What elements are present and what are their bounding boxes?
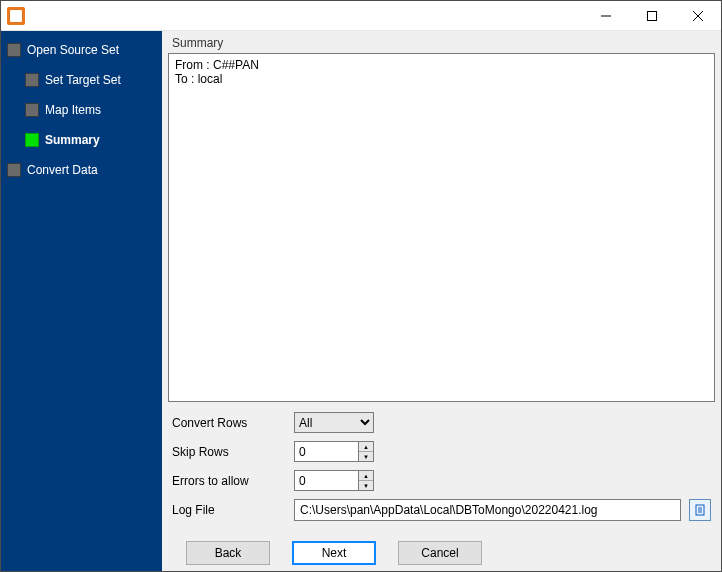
spin-down-icon[interactable]: ▼ — [359, 481, 373, 490]
options-panel: Convert Rows All Skip Rows ▲ — [168, 402, 715, 533]
skip-rows-input[interactable] — [294, 441, 358, 462]
skip-rows-label: Skip Rows — [172, 445, 294, 459]
cancel-button[interactable]: Cancel — [398, 541, 482, 565]
row-log-file: Log File — [172, 499, 711, 521]
button-bar: Back Next Cancel — [168, 533, 715, 567]
log-file-input[interactable] — [294, 499, 681, 521]
step-box-icon — [7, 43, 21, 57]
sidebar-item-map-items[interactable]: Map Items — [25, 101, 156, 119]
body: Open Source Set Set Target Set Map Items… — [1, 31, 721, 571]
step-box-icon — [25, 133, 39, 147]
errors-allow-input[interactable] — [294, 470, 358, 491]
row-errors-allow: Errors to allow ▲ ▼ — [172, 470, 711, 491]
app-window: Open Source Set Set Target Set Map Items… — [0, 0, 722, 572]
sidebar-item-label: Map Items — [45, 103, 101, 117]
maximize-button[interactable] — [629, 1, 675, 30]
sidebar-item-label: Open Source Set — [27, 43, 119, 57]
sidebar-item-label: Summary — [45, 133, 100, 147]
svg-rect-1 — [648, 11, 657, 20]
spin-down-icon[interactable]: ▼ — [359, 452, 373, 461]
row-convert-rows: Convert Rows All — [172, 412, 711, 433]
errors-allow-label: Errors to allow — [172, 474, 294, 488]
log-file-label: Log File — [172, 503, 294, 517]
main-panel: Summary From : C##PAN To : local Convert… — [162, 31, 721, 571]
sidebar-item-label: Set Target Set — [45, 73, 121, 87]
next-button[interactable]: Next — [292, 541, 376, 565]
step-box-icon — [7, 163, 21, 177]
row-skip-rows: Skip Rows ▲ ▼ — [172, 441, 711, 462]
step-box-icon — [25, 73, 39, 87]
document-icon — [694, 504, 706, 516]
spin-up-icon[interactable]: ▲ — [359, 442, 373, 452]
titlebar — [1, 1, 721, 31]
window-controls — [583, 1, 721, 30]
sidebar-item-convert-data[interactable]: Convert Data — [7, 161, 156, 179]
minimize-button[interactable] — [583, 1, 629, 30]
back-button[interactable]: Back — [186, 541, 270, 565]
app-icon — [7, 7, 25, 25]
sidebar-item-set-target-set[interactable]: Set Target Set — [25, 71, 156, 89]
summary-textarea[interactable]: From : C##PAN To : local — [168, 53, 715, 402]
step-box-icon — [25, 103, 39, 117]
errors-allow-spinner: ▲ ▼ — [294, 470, 374, 491]
titlebar-left — [1, 7, 25, 25]
convert-rows-label: Convert Rows — [172, 416, 294, 430]
sidebar-item-label: Convert Data — [27, 163, 98, 177]
spin-up-icon[interactable]: ▲ — [359, 471, 373, 481]
skip-rows-spinner: ▲ ▼ — [294, 441, 374, 462]
sidebar-item-summary[interactable]: Summary — [25, 131, 156, 149]
close-button[interactable] — [675, 1, 721, 30]
sidebar-item-open-source-set[interactable]: Open Source Set — [7, 41, 156, 59]
section-title: Summary — [168, 33, 715, 53]
sidebar: Open Source Set Set Target Set Map Items… — [1, 31, 162, 571]
browse-log-button[interactable] — [689, 499, 711, 521]
convert-rows-select[interactable]: All — [294, 412, 374, 433]
